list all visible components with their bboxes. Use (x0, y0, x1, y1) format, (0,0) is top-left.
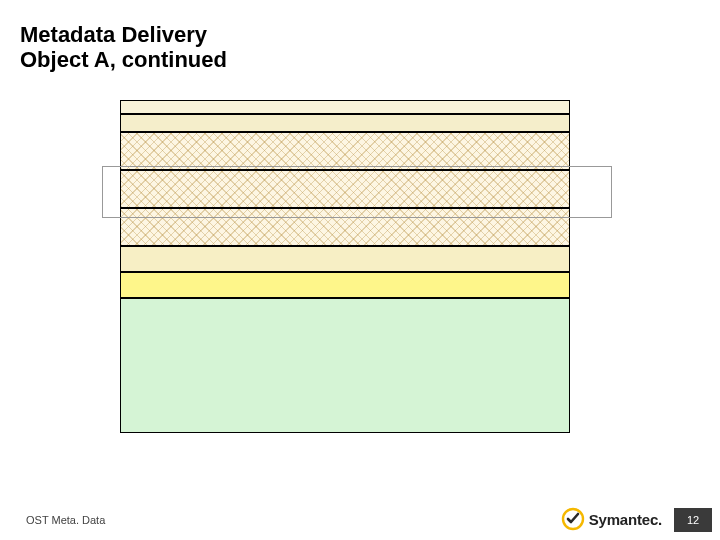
overlay-selection-box (102, 166, 612, 218)
page-number: 12 (674, 508, 712, 532)
footer: OST Meta. Data Symantec. 12 (0, 496, 720, 540)
footer-left-text: OST Meta. Data (26, 514, 105, 526)
layer-diagram (120, 100, 570, 470)
layer-solid-cream (120, 246, 570, 272)
layer-solid-green (120, 298, 570, 433)
layer-top-thin-1 (120, 100, 570, 114)
layer-top-thin-2 (120, 114, 570, 132)
layer-solid-yellow (120, 272, 570, 298)
brand-logo: Symantec. (561, 504, 662, 534)
slide-title: Metadata DeliveryObject A, continued (20, 22, 227, 73)
layer-hatch-1 (120, 132, 570, 170)
brand-check-icon (561, 507, 585, 531)
brand-name: Symantec. (589, 511, 662, 528)
